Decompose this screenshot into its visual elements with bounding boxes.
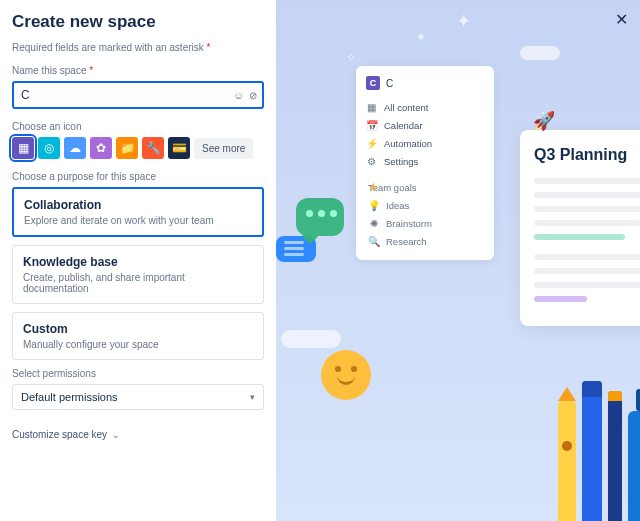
grid-icon: ▦ bbox=[366, 102, 377, 113]
create-space-form: Create new space Required fields are mar… bbox=[0, 0, 276, 521]
cloud-decoration bbox=[281, 330, 341, 348]
star-icon: ★ bbox=[368, 180, 379, 194]
preview-page-item[interactable]: ★Team goals bbox=[366, 178, 484, 196]
icon-option[interactable]: 💳 bbox=[168, 137, 190, 159]
purpose-label: Choose a purpose for this space bbox=[12, 171, 264, 182]
search-icon: 🔍 bbox=[368, 236, 379, 247]
brain-icon: ✺ bbox=[368, 218, 379, 229]
emoji-picker-icon[interactable]: ☺ bbox=[233, 90, 244, 101]
doc-preview-card: Q3 Planning bbox=[520, 130, 640, 326]
space-name-input[interactable] bbox=[12, 81, 264, 109]
sparkle-icon: ✧ bbox=[344, 49, 357, 65]
purpose-options: CollaborationExplore and iterate on work… bbox=[12, 187, 264, 360]
customize-space-key-toggle[interactable]: Customize space key ⌄ bbox=[12, 429, 120, 440]
clear-input-icon[interactable]: ⊘ bbox=[247, 90, 258, 101]
preview-page-item[interactable]: 🔍Research bbox=[366, 232, 484, 250]
calendar-icon: 📅 bbox=[366, 120, 377, 131]
preview-nav-item[interactable]: ⚡Automation bbox=[366, 134, 484, 152]
sparkle-icon: ✦ bbox=[416, 30, 426, 44]
preview-nav-item[interactable]: 📅Calendar bbox=[366, 116, 484, 134]
chat-bubble-decoration bbox=[296, 198, 344, 236]
purpose-option[interactable]: CustomManually configure your space bbox=[12, 312, 264, 360]
space-avatar: C bbox=[366, 76, 380, 90]
bolt-icon: ⚡ bbox=[366, 138, 377, 149]
icon-option[interactable]: ◎ bbox=[38, 137, 60, 159]
preview-nav-item[interactable]: ▦All content bbox=[366, 98, 484, 116]
preview-page-item[interactable]: 💡Ideas bbox=[366, 196, 484, 214]
space-preview-title: C bbox=[386, 78, 393, 89]
icon-label: Choose an icon bbox=[12, 121, 264, 132]
icon-option[interactable]: 🔧 bbox=[142, 137, 164, 159]
preview-nav-item[interactable]: ⚙Settings bbox=[366, 152, 484, 170]
bulb-icon: 💡 bbox=[368, 200, 379, 211]
page-title: Create new space bbox=[12, 12, 264, 32]
name-label: Name this space * bbox=[12, 65, 264, 76]
purpose-option[interactable]: Knowledge baseCreate, publish, and share… bbox=[12, 245, 264, 304]
permissions-label: Select permissions bbox=[12, 368, 264, 379]
preview-illustration: ✕ ✦ ✦ ✧ 🚀 C C ▦All content📅Calendar⚡Auto… bbox=[276, 0, 640, 521]
name-input-wrap: ☺ ⊘ bbox=[12, 81, 264, 109]
close-icon[interactable]: ✕ bbox=[615, 10, 628, 29]
permissions-select[interactable]: Default permissions ▾ bbox=[12, 384, 264, 410]
pencils-decoration bbox=[558, 381, 640, 521]
icon-picker: ▦◎☁✿📁🔧💳See more bbox=[12, 137, 264, 159]
doc-preview-title: Q3 Planning bbox=[534, 146, 640, 164]
gear-icon: ⚙ bbox=[366, 156, 377, 167]
smiley-decoration bbox=[321, 350, 371, 400]
icon-option[interactable]: ✿ bbox=[90, 137, 112, 159]
icon-option[interactable]: ▦ bbox=[12, 137, 34, 159]
see-more-icons-button[interactable]: See more bbox=[194, 138, 253, 159]
icon-option[interactable]: ☁ bbox=[64, 137, 86, 159]
preview-page-item[interactable]: ✺Brainstorm bbox=[366, 214, 484, 232]
required-fields-note: Required fields are marked with an aster… bbox=[12, 42, 264, 53]
space-preview-sidebar: C C ▦All content📅Calendar⚡Automation⚙Set… bbox=[356, 66, 494, 260]
rocket-icon: 🚀 bbox=[533, 110, 555, 132]
purpose-option[interactable]: CollaborationExplore and iterate on work… bbox=[12, 187, 264, 237]
sparkle-icon: ✦ bbox=[456, 10, 471, 32]
chevron-down-icon: ▾ bbox=[250, 392, 255, 402]
icon-option[interactable]: 📁 bbox=[116, 137, 138, 159]
chevron-down-icon: ⌄ bbox=[112, 430, 120, 440]
cloud-decoration bbox=[520, 46, 560, 60]
